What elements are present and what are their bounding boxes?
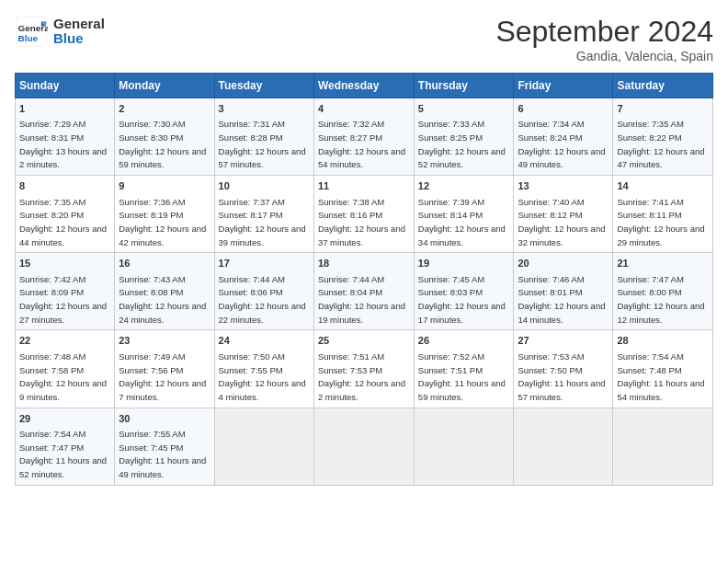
page-container: General Blue General Blue September 2024… xyxy=(0,0,728,493)
calendar-cell: 22Sunrise: 7:48 AMSunset: 7:58 PMDayligh… xyxy=(16,330,115,408)
day-number: 7 xyxy=(617,102,709,116)
calendar-week-row: 1Sunrise: 7:29 AMSunset: 8:31 PMDaylight… xyxy=(16,98,713,176)
day-number: 15 xyxy=(19,257,110,270)
day-number: 18 xyxy=(318,257,410,270)
day-number: 29 xyxy=(19,412,110,426)
calendar-table: Sunday Monday Tuesday Wednesday Thursday… xyxy=(15,73,713,486)
day-info: Sunrise: 7:35 AMSunset: 8:20 PMDaylight:… xyxy=(19,197,107,247)
calendar-cell: 30Sunrise: 7:55 AMSunset: 7:45 PMDayligh… xyxy=(115,408,214,485)
calendar-header-row: Sunday Monday Tuesday Wednesday Thursday… xyxy=(16,74,713,98)
calendar-cell: 13Sunrise: 7:40 AMSunset: 8:12 PMDayligh… xyxy=(514,176,613,253)
day-number: 19 xyxy=(418,257,510,270)
calendar-cell xyxy=(414,408,514,485)
day-number: 12 xyxy=(418,179,510,193)
calendar-cell: 12Sunrise: 7:39 AMSunset: 8:14 PMDayligh… xyxy=(414,176,514,253)
calendar-cell: 15Sunrise: 7:42 AMSunset: 8:09 PMDayligh… xyxy=(16,253,115,330)
calendar-cell xyxy=(313,408,414,485)
col-thursday: Thursday xyxy=(414,74,514,98)
day-info: Sunrise: 7:53 AMSunset: 7:50 PMDaylight:… xyxy=(518,351,605,402)
day-number: 23 xyxy=(119,334,210,348)
page-header: General Blue General Blue September 2024… xyxy=(15,15,713,63)
logo: General Blue General Blue xyxy=(15,15,105,48)
location: Gandia, Valencia, Spain xyxy=(495,49,713,63)
day-number: 30 xyxy=(119,412,210,426)
day-info: Sunrise: 7:54 AMSunset: 7:47 PMDaylight:… xyxy=(19,429,107,479)
calendar-cell: 2Sunrise: 7:30 AMSunset: 8:30 PMDaylight… xyxy=(115,98,214,176)
day-info: Sunrise: 7:32 AMSunset: 8:27 PMDaylight:… xyxy=(318,119,405,169)
calendar-cell: 5Sunrise: 7:33 AMSunset: 8:25 PMDaylight… xyxy=(414,98,514,176)
day-info: Sunrise: 7:39 AMSunset: 8:14 PMDaylight:… xyxy=(418,197,506,247)
calendar-week-row: 22Sunrise: 7:48 AMSunset: 7:58 PMDayligh… xyxy=(16,330,713,408)
calendar-cell: 7Sunrise: 7:35 AMSunset: 8:22 PMDaylight… xyxy=(613,98,713,176)
calendar-cell: 4Sunrise: 7:32 AMSunset: 8:27 PMDaylight… xyxy=(313,98,414,176)
day-info: Sunrise: 7:34 AMSunset: 8:24 PMDaylight:… xyxy=(518,119,605,169)
day-number: 13 xyxy=(518,179,609,193)
day-info: Sunrise: 7:54 AMSunset: 7:48 PMDaylight:… xyxy=(617,351,704,402)
day-number: 22 xyxy=(19,334,110,348)
calendar-cell: 29Sunrise: 7:54 AMSunset: 7:47 PMDayligh… xyxy=(16,408,115,485)
calendar-cell: 14Sunrise: 7:41 AMSunset: 8:11 PMDayligh… xyxy=(613,176,713,253)
day-info: Sunrise: 7:50 AMSunset: 7:55 PMDaylight:… xyxy=(219,351,306,402)
calendar-cell: 9Sunrise: 7:36 AMSunset: 8:19 PMDaylight… xyxy=(115,176,214,253)
calendar-cell: 10Sunrise: 7:37 AMSunset: 8:17 PMDayligh… xyxy=(214,176,313,253)
day-info: Sunrise: 7:55 AMSunset: 7:45 PMDaylight:… xyxy=(119,429,206,479)
day-info: Sunrise: 7:36 AMSunset: 8:19 PMDaylight:… xyxy=(119,197,206,247)
day-info: Sunrise: 7:31 AMSunset: 8:28 PMDaylight:… xyxy=(219,119,306,169)
day-info: Sunrise: 7:49 AMSunset: 7:56 PMDaylight:… xyxy=(119,351,206,402)
col-tuesday: Tuesday xyxy=(214,74,313,98)
day-info: Sunrise: 7:41 AMSunset: 8:11 PMDaylight:… xyxy=(617,197,704,247)
calendar-cell: 26Sunrise: 7:52 AMSunset: 7:51 PMDayligh… xyxy=(414,330,514,408)
day-number: 10 xyxy=(219,179,310,193)
calendar-cell: 24Sunrise: 7:50 AMSunset: 7:55 PMDayligh… xyxy=(214,330,313,408)
day-number: 27 xyxy=(518,334,609,348)
day-info: Sunrise: 7:46 AMSunset: 8:01 PMDaylight:… xyxy=(518,274,605,325)
calendar-cell: 27Sunrise: 7:53 AMSunset: 7:50 PMDayligh… xyxy=(514,330,613,408)
day-info: Sunrise: 7:52 AMSunset: 7:51 PMDaylight:… xyxy=(418,351,506,402)
day-info: Sunrise: 7:35 AMSunset: 8:22 PMDaylight:… xyxy=(617,119,704,169)
calendar-cell xyxy=(214,408,313,485)
logo-icon: General Blue xyxy=(15,15,48,48)
calendar-cell: 21Sunrise: 7:47 AMSunset: 8:00 PMDayligh… xyxy=(613,253,713,330)
day-number: 24 xyxy=(219,334,310,348)
calendar-cell: 1Sunrise: 7:29 AMSunset: 8:31 PMDaylight… xyxy=(16,98,115,176)
calendar-cell: 6Sunrise: 7:34 AMSunset: 8:24 PMDaylight… xyxy=(514,98,613,176)
day-number: 11 xyxy=(318,179,410,193)
calendar-body: 1Sunrise: 7:29 AMSunset: 8:31 PMDaylight… xyxy=(16,98,713,486)
day-info: Sunrise: 7:38 AMSunset: 8:16 PMDaylight:… xyxy=(318,197,405,247)
day-number: 17 xyxy=(219,257,310,270)
day-number: 25 xyxy=(318,334,410,348)
calendar-week-row: 15Sunrise: 7:42 AMSunset: 8:09 PMDayligh… xyxy=(16,253,713,330)
calendar-cell: 8Sunrise: 7:35 AMSunset: 8:20 PMDaylight… xyxy=(16,176,115,253)
day-number: 3 xyxy=(219,102,310,116)
calendar-cell xyxy=(514,408,613,485)
calendar-cell: 16Sunrise: 7:43 AMSunset: 8:08 PMDayligh… xyxy=(115,253,214,330)
calendar-cell: 20Sunrise: 7:46 AMSunset: 8:01 PMDayligh… xyxy=(514,253,613,330)
day-info: Sunrise: 7:29 AMSunset: 8:31 PMDaylight:… xyxy=(19,119,107,169)
day-info: Sunrise: 7:30 AMSunset: 8:30 PMDaylight:… xyxy=(119,119,206,169)
col-monday: Monday xyxy=(115,74,214,98)
day-info: Sunrise: 7:44 AMSunset: 8:06 PMDaylight:… xyxy=(219,274,306,325)
day-info: Sunrise: 7:51 AMSunset: 7:53 PMDaylight:… xyxy=(318,351,405,402)
col-wednesday: Wednesday xyxy=(313,74,414,98)
calendar-cell xyxy=(613,408,713,485)
logo-general: General xyxy=(53,17,105,32)
day-info: Sunrise: 7:42 AMSunset: 8:09 PMDaylight:… xyxy=(19,274,107,325)
day-number: 1 xyxy=(19,102,110,116)
calendar-cell: 19Sunrise: 7:45 AMSunset: 8:03 PMDayligh… xyxy=(414,253,514,330)
calendar-week-row: 29Sunrise: 7:54 AMSunset: 7:47 PMDayligh… xyxy=(16,408,713,485)
day-number: 6 xyxy=(518,102,609,116)
day-info: Sunrise: 7:43 AMSunset: 8:08 PMDaylight:… xyxy=(119,274,206,325)
calendar-cell: 11Sunrise: 7:38 AMSunset: 8:16 PMDayligh… xyxy=(313,176,414,253)
day-number: 28 xyxy=(617,334,709,348)
calendar-cell: 17Sunrise: 7:44 AMSunset: 8:06 PMDayligh… xyxy=(214,253,313,330)
day-info: Sunrise: 7:40 AMSunset: 8:12 PMDaylight:… xyxy=(518,197,605,247)
calendar-cell: 25Sunrise: 7:51 AMSunset: 7:53 PMDayligh… xyxy=(313,330,414,408)
day-number: 8 xyxy=(19,179,110,193)
day-number: 4 xyxy=(318,102,410,116)
day-number: 2 xyxy=(119,102,210,116)
calendar-week-row: 8Sunrise: 7:35 AMSunset: 8:20 PMDaylight… xyxy=(16,176,713,253)
day-info: Sunrise: 7:45 AMSunset: 8:03 PMDaylight:… xyxy=(418,274,506,325)
day-info: Sunrise: 7:33 AMSunset: 8:25 PMDaylight:… xyxy=(418,119,506,169)
calendar-cell: 3Sunrise: 7:31 AMSunset: 8:28 PMDaylight… xyxy=(214,98,313,176)
svg-text:Blue: Blue xyxy=(18,33,39,43)
